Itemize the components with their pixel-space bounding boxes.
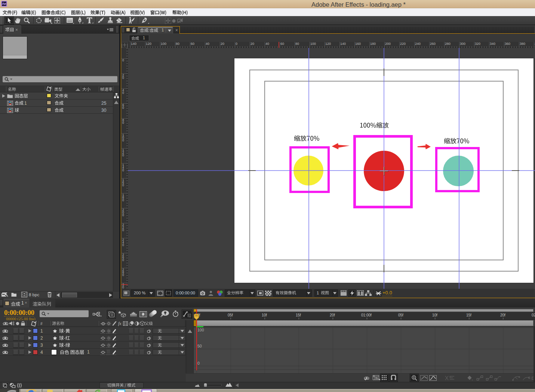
svg-text:320: 320 [475, 42, 480, 46]
svg-text:0: 0 [122, 121, 124, 125]
svg-text:02:00f: 02:00f [532, 313, 535, 317]
svg-text:380: 380 [520, 42, 525, 46]
svg-text:0: 0 [122, 168, 124, 172]
svg-text:0: 0 [122, 91, 124, 95]
svg-text:80: 80 [295, 42, 299, 46]
svg-text:50: 50 [197, 344, 202, 348]
svg-text:120: 120 [325, 42, 331, 46]
svg-text:0: 0 [122, 138, 124, 142]
svg-text:x: x [449, 376, 451, 378]
svg-text:80: 80 [176, 42, 179, 46]
svg-text:200: 200 [385, 42, 391, 46]
svg-text:0: 0 [122, 243, 124, 247]
svg-text:260: 260 [430, 42, 436, 46]
svg-text:05f: 05f [228, 313, 233, 317]
svg-text:0: 0 [122, 228, 124, 232]
svg-text:15f: 15f [466, 313, 471, 317]
svg-text:10f: 10f [262, 313, 267, 317]
svg-text:140: 140 [340, 42, 346, 46]
svg-text:0: 0 [122, 183, 124, 187]
svg-text:0: 0 [122, 273, 124, 277]
svg-text:20: 20 [250, 42, 254, 46]
svg-text:100: 100 [310, 42, 316, 46]
svg-text:0: 0 [122, 76, 124, 80]
svg-text:220: 220 [400, 42, 406, 46]
svg-text:20f: 20f [330, 313, 335, 317]
svg-text:0: 0 [122, 106, 124, 110]
svg-text:0: 0 [122, 258, 124, 262]
svg-text:120: 120 [146, 42, 151, 46]
svg-text:360: 360 [505, 42, 510, 46]
svg-text:340: 340 [490, 42, 495, 46]
svg-text:40: 40 [265, 42, 269, 46]
svg-text:0: 0 [122, 58, 124, 62]
svg-text:20: 20 [221, 42, 224, 46]
svg-text:0: 0 [122, 153, 124, 157]
svg-text:01:00f: 01:00f [361, 313, 372, 317]
svg-text:100: 100 [197, 328, 204, 332]
svg-text:10f: 10f [432, 313, 437, 317]
svg-text:60: 60 [191, 42, 194, 46]
svg-text:240: 240 [415, 42, 421, 46]
svg-text:140: 140 [131, 42, 136, 46]
svg-text:0: 0 [122, 213, 124, 217]
svg-text:300: 300 [460, 42, 465, 46]
svg-text:60: 60 [280, 42, 284, 46]
svg-text:40: 40 [206, 42, 209, 46]
svg-text:180: 180 [370, 42, 376, 46]
svg-text:0: 0 [122, 198, 124, 202]
svg-text:280: 280 [445, 42, 451, 46]
svg-text:20f: 20f [500, 313, 505, 317]
svg-text:0: 0 [197, 361, 200, 365]
svg-text:100: 100 [161, 42, 166, 46]
svg-text:0: 0 [236, 42, 237, 46]
svg-text:160: 160 [355, 42, 361, 46]
svg-text:05f: 05f [398, 313, 403, 317]
svg-text:15f: 15f [296, 313, 301, 317]
